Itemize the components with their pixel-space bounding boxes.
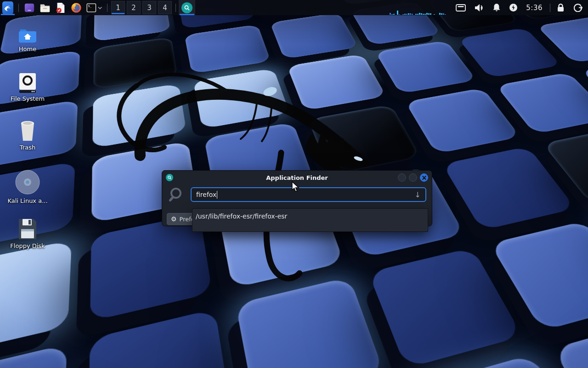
desktop-icon-home[interactable]: Home (2, 27, 53, 52)
cd-disc-icon (15, 169, 40, 195)
system-tray: 5:36 (456, 3, 543, 12)
mouse-cursor (291, 181, 300, 192)
taskbar-application-finder-button[interactable] (179, 0, 195, 15)
result-item[interactable]: /usr/lib/firefox-esr/firefox-esr (192, 209, 428, 220)
network-monitor-graph (385, 0, 449, 15)
wallpaper-cube (193, 68, 290, 129)
dropdown-arrow-icon[interactable]: ↓ (415, 190, 421, 199)
search-input[interactable]: firefox ↓ (191, 187, 426, 202)
search-input-value: firefox (196, 191, 216, 198)
close-button[interactable] (420, 173, 428, 182)
text-caret (217, 191, 217, 199)
workspace-number: 4 (163, 4, 167, 12)
desktop-icon-label: Floppy Disk (10, 242, 45, 249)
power-manager-icon[interactable] (509, 3, 518, 12)
trash-can-icon (17, 120, 38, 142)
workspace-number: 2 (131, 4, 136, 12)
panel-separator (18, 4, 19, 12)
desktop-icon-label: Home (19, 46, 36, 52)
wallpaper-cube (88, 309, 232, 368)
window-icon-application-finder (166, 174, 173, 181)
desktop-icon-label: File System (11, 95, 45, 102)
home-folder-icon (18, 27, 37, 43)
launcher-terminal-emulator[interactable] (22, 0, 37, 15)
session-controls (557, 3, 582, 12)
panel-separator (107, 4, 107, 12)
workspace-button-4[interactable]: 4 (158, 1, 172, 14)
wallpaper-cube (93, 37, 177, 89)
wallpaper-cube (236, 277, 385, 368)
wallpaper-cube (92, 83, 187, 148)
kali-logo-icon (2, 1, 13, 14)
firefox-icon (71, 2, 82, 14)
workspace-button-2[interactable]: 2 (127, 1, 141, 14)
wallpaper-cube (287, 54, 387, 111)
wallpaper-cube (0, 240, 72, 358)
desktop-icon-trash[interactable]: Trash (2, 120, 53, 151)
minimize-button[interactable] (398, 173, 406, 182)
window-title: Application Finder (162, 174, 432, 181)
notifications-bell-icon[interactable] (492, 3, 501, 12)
desktop-icon-filesystem[interactable]: File System (2, 73, 53, 102)
application-finder-icon (181, 2, 192, 13)
launcher-text-editor[interactable] (53, 0, 68, 15)
wallpaper-cube (184, 24, 271, 74)
wallpaper-cube (375, 40, 477, 94)
keyboard-icon[interactable] (456, 4, 466, 12)
launcher-terminal-dropdown[interactable]: $_ (84, 0, 104, 15)
panel-separator (550, 4, 550, 12)
top-panel: $_ 1 2 3 4 5:36 (0, 0, 588, 15)
wallpaper-cube (270, 12, 358, 59)
search-icon (167, 186, 187, 203)
launcher-file-manager[interactable] (37, 0, 53, 15)
wallpaper-cube (0, 344, 67, 368)
chevron-down-icon (98, 6, 102, 10)
terminal-icon: $_ (86, 2, 96, 14)
terminal-glyph: $_ (88, 4, 92, 7)
floppy-disk-icon (17, 218, 38, 240)
hard-drive-icon (18, 73, 37, 93)
purple-terminal-icon (24, 2, 35, 14)
gear-icon: ⚙ (171, 215, 177, 223)
folder-icon (40, 2, 51, 14)
workspace-number: 3 (147, 4, 152, 12)
desktop-icon-label: Trash (20, 144, 35, 151)
launcher-firefox[interactable] (68, 0, 84, 15)
application-finder-window: Application Finder firefox ↓ ⚙ Preferenc… (162, 170, 432, 226)
lock-screen-icon[interactable] (557, 3, 565, 12)
close-icon (422, 176, 426, 180)
applications-menu-button[interactable] (0, 0, 16, 15)
wallpaper-cube (405, 88, 521, 154)
workspace-number: 1 (116, 4, 120, 12)
document-edit-icon (55, 2, 66, 14)
logout-icon[interactable] (574, 3, 582, 12)
desktop-icon-label: Kali Linux a... (7, 197, 47, 204)
workspace-button-1[interactable]: 1 (111, 1, 125, 14)
wallpaper-cube (308, 104, 421, 175)
workspace-button-3[interactable]: 3 (142, 1, 156, 14)
clock[interactable]: 5:36 (526, 4, 543, 12)
wallpaper-cube (368, 247, 523, 368)
volume-icon[interactable] (474, 4, 484, 12)
panel-separator (175, 4, 176, 12)
search-results-popup: /usr/lib/firefox-esr/firefox-esr (192, 208, 428, 232)
desktop-icon-floppy[interactable]: Floppy Disk (2, 218, 53, 249)
desktop-icon-kali-docs[interactable]: Kali Linux a... (2, 169, 53, 204)
maximize-button[interactable] (409, 173, 417, 182)
